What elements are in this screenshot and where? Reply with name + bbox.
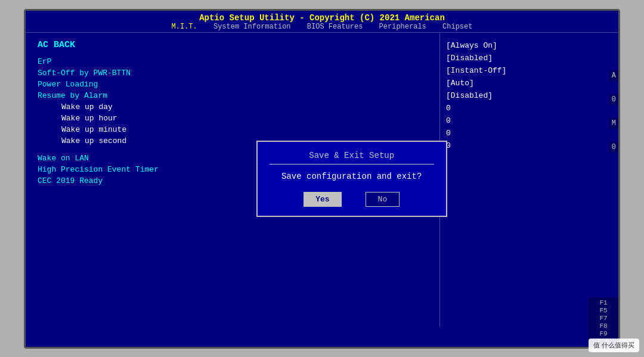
tab-navigation: M.I.T. System Information BIOS Features … xyxy=(26,23,618,31)
fn-key-f7[interactable]: F7 xyxy=(590,315,617,322)
fn-key-f8[interactable]: F8 xyxy=(590,322,617,330)
bios-screen: Aptio Setup Utility - Copyright (C) 2021… xyxy=(26,11,618,347)
right-indicator-o1: 0 xyxy=(609,94,618,105)
value-wakeday: 0 xyxy=(446,103,612,114)
dialog-overlay: Save & Exit Setup Save configuration and… xyxy=(256,141,447,217)
value-wakesecond: 0 xyxy=(446,140,612,151)
value-erp: [Always On] xyxy=(446,40,612,51)
menu-item-wakeday[interactable]: Wake up day xyxy=(38,101,428,113)
dialog-message: Save configuration and exit? xyxy=(270,172,434,181)
right-indicator-m: M xyxy=(609,118,618,129)
value-resumealarm: [Auto] xyxy=(446,77,612,89)
fn-key-f9[interactable]: F9 xyxy=(590,330,617,337)
header-bar: Aptio Setup Utility - Copyright (C) 2021… xyxy=(26,11,618,33)
dialog-yes-button[interactable]: Yes xyxy=(304,192,341,207)
monitor-frame: Aptio Setup Utility - Copyright (C) 2021… xyxy=(24,9,620,349)
value-powerloading: [Instant-Off] xyxy=(446,65,612,76)
dialog-no-button[interactable]: No xyxy=(366,192,400,207)
watermark: 值 什么值得买 xyxy=(589,339,639,352)
fn-key-f5[interactable]: F5 xyxy=(590,307,617,314)
value-wakehour: 0 xyxy=(446,115,612,126)
tab-peripherals[interactable]: Peripherals xyxy=(379,23,426,31)
menu-item-softoff[interactable]: Soft-Off by PWR-BTTN xyxy=(38,67,428,79)
tab-chipset[interactable]: Chipset xyxy=(442,23,472,31)
menu-item-wakehour[interactable]: Wake up hour xyxy=(38,113,428,124)
right-indicator-o2: 0 xyxy=(609,142,618,153)
dialog-buttons: Yes No xyxy=(270,192,434,207)
dialog-title: Save & Exit Setup xyxy=(270,151,434,164)
tab-bios-features[interactable]: BIOS Features xyxy=(307,23,363,31)
tab-mit[interactable]: M.I.T. xyxy=(172,23,197,31)
value-softoff: [Disabled] xyxy=(446,52,612,64)
fn-key-f1[interactable]: F1 xyxy=(590,299,617,306)
right-panel: [Always On] [Disabled] [Instant-Off] [Au… xyxy=(439,33,618,327)
value-disabled: [Disabled] xyxy=(446,90,612,101)
menu-item-powerloading[interactable]: Power Loading xyxy=(38,79,428,90)
value-wakeminute: 0 xyxy=(446,128,612,139)
section-title: AC BACK xyxy=(38,40,428,50)
menu-item-erp[interactable]: ErP xyxy=(38,56,428,67)
tab-system-info[interactable]: System Information xyxy=(213,23,291,31)
right-indicator-a: A xyxy=(609,70,618,81)
menu-item-wakeminute[interactable]: Wake up minute xyxy=(38,124,428,135)
dialog-box: Save & Exit Setup Save configuration and… xyxy=(256,141,447,217)
header-title: Aptio Setup Utility - Copyright (C) 2021… xyxy=(26,13,618,23)
menu-item-resumealarm[interactable]: Resume by Alarm xyxy=(38,90,428,101)
